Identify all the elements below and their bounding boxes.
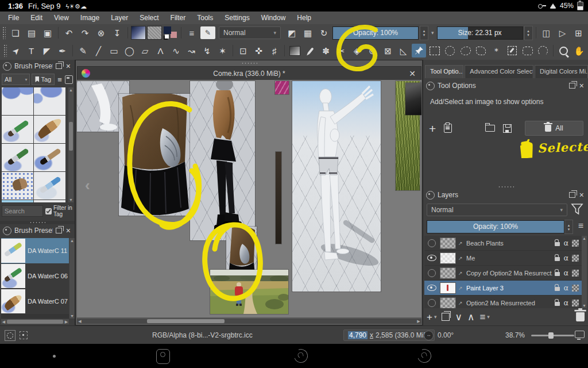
dynamic-brush-tool[interactable]: ↯ bbox=[200, 44, 214, 57]
filter-in-tag-checkbox[interactable] bbox=[45, 208, 52, 214]
tab-advanced-color-select-[interactable]: Advanced Color Select... bbox=[465, 65, 533, 78]
color-selector-button[interactable] bbox=[163, 26, 178, 40]
menu-window[interactable]: Window bbox=[256, 12, 292, 24]
zoom-tool[interactable] bbox=[556, 44, 571, 57]
calligraphy-tool[interactable]: ✒ bbox=[55, 44, 69, 57]
preserve-alpha-button[interactable]: ▦ bbox=[300, 26, 315, 40]
canvas-titlebar[interactable]: Come.kra (336.0 MiB) * ✕ bbox=[77, 66, 421, 80]
taskbar-app-icon-2[interactable] bbox=[292, 347, 310, 365]
layer-properties-button[interactable]: ≡ bbox=[479, 310, 485, 324]
layer-lock-toggle[interactable] bbox=[555, 287, 560, 291]
brush-preset-tile[interactable] bbox=[2, 144, 33, 171]
brush-preset-tile[interactable] bbox=[2, 172, 33, 200]
docker-lock-icon[interactable] bbox=[426, 191, 435, 200]
gradient-chooser-button[interactable] bbox=[131, 26, 146, 40]
image-dimensions[interactable]: 4,790 x 2,585 (336.0 MiB) bbox=[343, 329, 435, 341]
save-document-button[interactable]: ▣ bbox=[40, 26, 55, 40]
tab-tool-optio-[interactable]: Tool Optio... bbox=[425, 65, 463, 78]
layer-visibility-toggle[interactable] bbox=[426, 255, 438, 261]
taskbar-app-icon-1[interactable] bbox=[156, 349, 170, 364]
pattern-edit-tool[interactable]: ⊠ bbox=[381, 44, 395, 57]
pattern-chooser-button[interactable] bbox=[147, 26, 162, 40]
freehand-path-tool[interactable]: ↝ bbox=[184, 44, 199, 57]
layer-lock-toggle[interactable] bbox=[555, 257, 560, 261]
brush-option-list-button[interactable]: ≡ bbox=[184, 26, 199, 40]
canvas-viewport[interactable]: ‹ bbox=[77, 80, 421, 317]
close-docker-icon[interactable]: × bbox=[578, 82, 585, 90]
layer-lock-toggle[interactable] bbox=[555, 302, 560, 306]
history-scrollbar[interactable]: ▲ ▼ bbox=[69, 238, 75, 319]
add-layer-button[interactable]: + bbox=[427, 310, 432, 324]
layer-filter-icon[interactable] bbox=[571, 202, 583, 216]
edit-shapes-tool[interactable]: ◤ bbox=[40, 44, 54, 57]
brush-history-item[interactable]: DA WaterC 06 E bbox=[1, 263, 69, 289]
docker-lock-icon[interactable] bbox=[3, 62, 11, 71]
measure-tool[interactable]: ◺ bbox=[396, 44, 411, 57]
ellipse-tool[interactable]: ◯ bbox=[122, 44, 137, 57]
float-docker-icon[interactable] bbox=[569, 83, 575, 89]
layer-row[interactable]: ↗Paint Layer 3α bbox=[424, 281, 582, 296]
scroll-up-arrow[interactable]: ▲ bbox=[582, 236, 587, 241]
duplicate-layer-button[interactable] bbox=[442, 310, 450, 324]
scroll-down-arrow[interactable]: ▼ bbox=[69, 313, 75, 319]
size-slider[interactable]: Size: 22.31 px bbox=[437, 26, 523, 40]
layer-visibility-toggle[interactable] bbox=[426, 299, 438, 307]
layer-blend-mode-dropdown[interactable]: Normal bbox=[427, 204, 567, 216]
menu-view[interactable]: View bbox=[48, 12, 75, 24]
undo-button[interactable]: ↶ bbox=[61, 26, 76, 40]
add-layer-dropdown-button[interactable]: ▾ bbox=[434, 310, 437, 324]
scroll-up-arrow[interactable]: ▲ bbox=[68, 87, 74, 93]
layers-menu-icon[interactable]: ≡ bbox=[578, 221, 583, 231]
save-set-button[interactable] bbox=[503, 124, 512, 133]
zoom-slider-knob[interactable] bbox=[548, 332, 554, 339]
float-docker-icon[interactable] bbox=[569, 192, 575, 198]
smart-patch-tool[interactable]: ✂ bbox=[334, 44, 349, 57]
redo-button[interactable]: ↷ bbox=[78, 26, 92, 40]
bezier-curve-tool[interactable]: ∿ bbox=[169, 44, 183, 57]
tab-digital-colors-mi-[interactable]: Digital Colors Mi... bbox=[535, 65, 588, 78]
size-spinner[interactable] bbox=[524, 26, 533, 40]
polygonal-selection-tool[interactable] bbox=[474, 44, 488, 57]
brush-preset-tile[interactable] bbox=[34, 116, 65, 143]
move-tool[interactable]: ✜ bbox=[252, 44, 266, 57]
taskbar-app-icon-3[interactable] bbox=[415, 347, 434, 365]
magnetic-selection-tool[interactable] bbox=[536, 44, 550, 57]
canvas-hscrollbar[interactable]: ◀ ▶ bbox=[77, 319, 421, 324]
multibrush-tool[interactable]: ✶ bbox=[215, 44, 230, 57]
close-document-icon[interactable]: ✕ bbox=[404, 69, 421, 78]
scroll-up-arrow[interactable]: ▲ bbox=[69, 238, 75, 243]
close-docker-icon[interactable]: × bbox=[65, 227, 72, 235]
float-docker-icon[interactable] bbox=[56, 63, 62, 69]
delete-layer-button[interactable] bbox=[576, 312, 585, 321]
layer-row[interactable]: ↗Option2 Ma Resurrectedα bbox=[424, 296, 582, 308]
layer-inherit-alpha-toggle[interactable] bbox=[572, 240, 579, 247]
brush-preset-tile[interactable] bbox=[2, 116, 33, 143]
close-docker-icon[interactable]: × bbox=[578, 191, 585, 199]
opacity-slider[interactable]: Opacity: 100% bbox=[332, 26, 419, 40]
tag-button[interactable]: Tag bbox=[32, 74, 55, 85]
canvas-scroll-left-arrow[interactable]: ‹ bbox=[85, 177, 90, 194]
layer-visibility-toggle[interactable] bbox=[426, 269, 438, 277]
menu-filter[interactable]: Filter bbox=[165, 12, 192, 24]
history-hscrollbar[interactable]: ◀ ▶ bbox=[1, 319, 69, 324]
window-drag-handle[interactable] bbox=[241, 62, 257, 64]
layer-inherit-alpha-toggle[interactable] bbox=[572, 255, 579, 262]
scroll-down-arrow[interactable]: ▼ bbox=[68, 197, 74, 202]
layer-lock-toggle[interactable] bbox=[555, 272, 560, 276]
crop-tool[interactable]: ♯ bbox=[267, 44, 281, 57]
freehand-selection-tool[interactable] bbox=[458, 44, 473, 57]
import-resource-button[interactable]: ↧ bbox=[110, 26, 125, 40]
brush-preset-tile[interactable] bbox=[2, 87, 33, 115]
menu-image[interactable]: Image bbox=[75, 12, 105, 24]
layer-alpha-lock[interactable]: α bbox=[563, 283, 568, 292]
menu-file[interactable]: File bbox=[2, 12, 25, 24]
tag-filter-dropdown[interactable]: All bbox=[2, 74, 30, 85]
move-layer-up-button[interactable]: ∧ bbox=[467, 310, 474, 324]
menu-edit[interactable]: Edit bbox=[25, 12, 48, 24]
scroll-handle[interactable] bbox=[147, 319, 225, 323]
layer-row[interactable]: ↗Meα bbox=[424, 251, 582, 266]
gradient-tool-tool[interactable] bbox=[288, 44, 302, 57]
new-document-button[interactable]: ❏ bbox=[8, 26, 23, 40]
menu-layer[interactable]: Layer bbox=[105, 12, 134, 24]
freehand-brush-tool[interactable]: ✎ bbox=[76, 44, 90, 57]
